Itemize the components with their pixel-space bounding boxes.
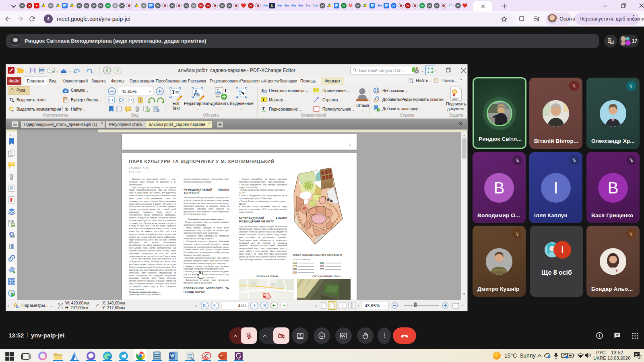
svg-text:T: T xyxy=(147,107,148,109)
svg-text:i: i xyxy=(549,355,549,358)
svg-text:1:1: 1:1 xyxy=(109,99,114,102)
svg-text:T: T xyxy=(224,87,227,93)
svg-text:T: T xyxy=(194,93,196,97)
svg-text:T: T xyxy=(9,97,12,102)
svg-text:1: 1 xyxy=(638,355,640,359)
svg-text:T: T xyxy=(172,89,175,95)
svg-text:T: T xyxy=(12,221,14,223)
svg-text:T: T xyxy=(262,107,265,111)
svg-text:T: T xyxy=(262,98,265,102)
svg-text:PDF: PDF xyxy=(237,358,241,360)
svg-text:T: T xyxy=(261,88,264,93)
